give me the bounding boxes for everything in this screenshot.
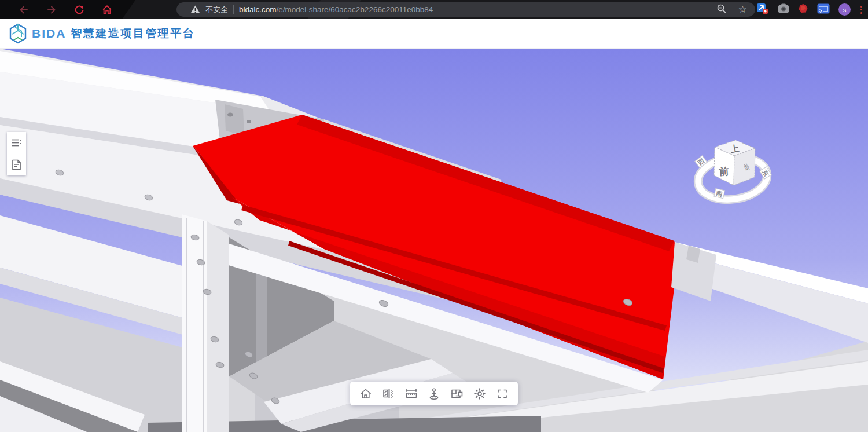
left-toolbar xyxy=(7,132,26,175)
document-icon xyxy=(12,159,21,170)
page-title: 智慧建造项目管理平台 xyxy=(71,26,195,41)
fullscreen-icon xyxy=(495,387,509,401)
model-viewport[interactable]: 西 南 东 上 前 右 xyxy=(0,49,868,432)
forward-icon xyxy=(46,4,57,16)
viewpoint-button[interactable] xyxy=(448,385,465,402)
bolt-hole xyxy=(227,113,233,117)
bookmark-star-button[interactable]: ☆ xyxy=(738,5,747,14)
security-label: 不安全 xyxy=(205,5,228,15)
measure-icon xyxy=(404,387,418,401)
kebab-menu-icon xyxy=(860,6,862,8)
app-header: BIDA 智慧建造项目管理平台 xyxy=(0,19,868,49)
address-separator xyxy=(233,5,234,14)
home-view-button[interactable] xyxy=(357,385,374,402)
cast-extension-icon xyxy=(817,3,830,14)
screenshot-extension-icon xyxy=(756,2,769,15)
screenshot-extension-button[interactable] xyxy=(756,2,769,17)
fullscreen-button[interactable] xyxy=(494,385,511,402)
profile-avatar[interactable]: s xyxy=(838,3,851,16)
url-path: /e/model-share/60acac2b2266c20011e0bb84 xyxy=(277,5,433,14)
viewpoint-icon xyxy=(450,387,464,401)
brand-cube-icon xyxy=(9,23,27,44)
home-browser-icon xyxy=(101,4,113,16)
measure-button[interactable] xyxy=(403,385,420,402)
walkthrough-button[interactable] xyxy=(425,385,443,402)
zoom-out-button[interactable] xyxy=(716,3,727,16)
reload-icon xyxy=(73,4,85,16)
zoom-out-icon xyxy=(716,3,727,14)
home-view-icon xyxy=(359,387,373,401)
browser-back-button[interactable] xyxy=(17,3,30,16)
section-button[interactable] xyxy=(380,385,397,402)
browser-reload-button[interactable] xyxy=(73,3,86,16)
page-url: bidaic.com/e/model-share/60acac2b2266c20… xyxy=(239,5,433,14)
ssl-warning-icon xyxy=(190,5,200,14)
document-button[interactable] xyxy=(7,154,26,175)
model-tree-icon xyxy=(11,138,22,148)
settings-icon xyxy=(473,387,487,401)
settings-button[interactable] xyxy=(471,385,488,402)
camera-extension-button[interactable] xyxy=(778,3,789,16)
red-extension-button[interactable] xyxy=(798,3,808,16)
model-canvas[interactable]: 西 南 东 上 前 右 xyxy=(0,49,868,432)
walkthrough-icon xyxy=(427,387,441,401)
browser-forward-button[interactable] xyxy=(45,3,58,16)
model-tree-button[interactable] xyxy=(7,133,26,153)
browser-chrome: 不安全 bidaic.com/e/model-share/60acac2b226… xyxy=(0,0,868,19)
cast-extension-button[interactable] xyxy=(817,3,830,16)
url-host: bidaic.com xyxy=(239,5,277,14)
browser-home-button[interactable] xyxy=(101,3,113,16)
brand-logo: BIDA 智慧建造项目管理平台 xyxy=(9,23,195,44)
camera-extension-icon xyxy=(778,3,789,13)
nav-cube-front-label: 前 xyxy=(718,166,729,177)
brand-name: BIDA xyxy=(32,27,66,41)
back-icon xyxy=(18,4,30,16)
red-extension-icon xyxy=(798,3,808,14)
section-icon xyxy=(381,387,395,401)
compass-south[interactable]: 南 xyxy=(715,189,723,197)
bolt-hole xyxy=(247,120,251,123)
browser-menu-button[interactable] xyxy=(859,5,863,15)
viewer-toolbar xyxy=(350,382,518,405)
address-bar[interactable]: 不安全 bidaic.com/e/model-share/60acac2b226… xyxy=(176,2,755,17)
